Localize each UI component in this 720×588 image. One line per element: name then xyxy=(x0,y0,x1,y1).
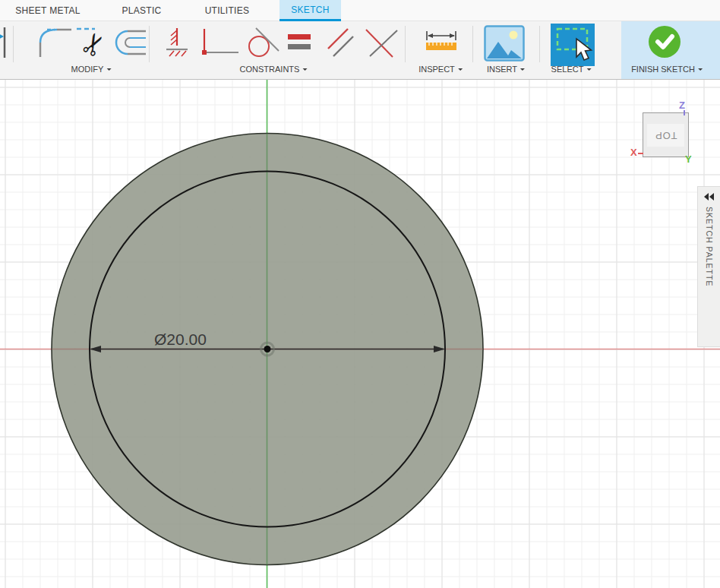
equal-constraint-icon[interactable] xyxy=(286,30,314,55)
viewcube[interactable]: TOP xyxy=(643,112,689,157)
tab-label: UTILITIES xyxy=(205,5,250,16)
group-label: SELECT xyxy=(551,65,584,74)
perpendicular-constraint-icon[interactable] xyxy=(364,24,400,59)
dimension-value: Ø20.00 xyxy=(154,330,207,348)
modify-dropdown[interactable]: MODIFY xyxy=(71,65,112,74)
extend-icon[interactable] xyxy=(0,25,9,60)
tab-sketch[interactable]: SKETCH xyxy=(279,0,341,21)
select-icon[interactable] xyxy=(550,23,595,67)
fixed-constraint-icon[interactable] xyxy=(160,26,192,59)
toolbar-tab-strip: SHEET METAL PLASTIC UTILITIES SKETCH xyxy=(0,0,720,21)
viewcube-y-axis-label: Y xyxy=(685,153,692,165)
toolbar-divider xyxy=(405,26,406,62)
sketch-palette-title: SKETCH PALETTE xyxy=(705,207,714,286)
viewcube-x-axis-label: X xyxy=(630,147,637,158)
group-label: MODIFY xyxy=(71,65,104,74)
tab-plastic[interactable]: PLASTIC xyxy=(120,0,163,21)
inspect-dropdown[interactable]: INSPECT xyxy=(418,65,463,74)
select-dropdown[interactable]: SELECT xyxy=(551,65,592,74)
vertical-horizontal-constraint-icon[interactable] xyxy=(199,27,240,58)
toolbar-divider xyxy=(472,26,473,62)
tangent-constraint-icon[interactable] xyxy=(245,26,283,59)
tab-label: PLASTIC xyxy=(122,5,161,16)
measure-icon[interactable] xyxy=(424,30,459,53)
constraints-dropdown[interactable]: CONSTRAINTS xyxy=(240,65,308,74)
group-label: CONSTRAINTS xyxy=(240,65,300,74)
toolbar-divider xyxy=(149,26,150,62)
viewcube-face-label: TOP xyxy=(655,130,677,141)
sketch-toolbar: ✂ xyxy=(0,21,720,80)
chevron-down-icon xyxy=(458,68,463,73)
chevron-down-icon xyxy=(586,68,591,73)
sketch-palette-tab[interactable]: SKETCH PALETTE xyxy=(697,186,720,347)
tab-utilities[interactable]: UTILITIES xyxy=(204,0,250,21)
chevron-down-icon xyxy=(520,68,525,73)
chevron-down-icon xyxy=(106,68,111,73)
viewcube-z-axis-stub xyxy=(684,110,685,115)
viewcube-z-axis-label: Z xyxy=(679,100,685,111)
tab-label: SKETCH xyxy=(291,5,329,15)
viewcube-top-face[interactable]: TOP xyxy=(647,124,685,147)
insert-image-icon[interactable] xyxy=(484,25,525,62)
fillet-icon[interactable] xyxy=(36,26,73,59)
trim-icon[interactable]: ✂ xyxy=(74,24,110,60)
sketch-geometry: Ø20.00 xyxy=(0,80,720,588)
tab-sheet-metal[interactable]: SHEET METAL xyxy=(15,0,81,21)
toolbar-divider xyxy=(13,26,14,62)
group-label: INSERT xyxy=(487,65,517,74)
finish-sketch-check-icon xyxy=(648,25,681,58)
viewcube-x-axis-stub xyxy=(638,153,643,154)
group-label: INSPECT xyxy=(418,65,455,74)
group-label: FINISH SKETCH xyxy=(631,65,695,74)
toolbar-divider xyxy=(539,26,540,62)
offset-icon[interactable] xyxy=(111,27,147,58)
insert-dropdown[interactable]: INSERT xyxy=(487,65,525,74)
chevron-down-icon xyxy=(698,68,703,73)
chevron-down-icon xyxy=(302,68,307,73)
parallel-constraint-icon[interactable] xyxy=(324,26,357,59)
sketch-canvas[interactable]: Ø20.00 TOP Z X Y SKETCH PALETTE xyxy=(0,80,720,588)
collapse-panel-icon xyxy=(704,193,715,201)
finish-sketch-dropdown[interactable]: FINISH SKETCH xyxy=(631,65,703,74)
tab-label: SHEET METAL xyxy=(15,5,81,16)
svg-text:✂: ✂ xyxy=(74,27,110,60)
